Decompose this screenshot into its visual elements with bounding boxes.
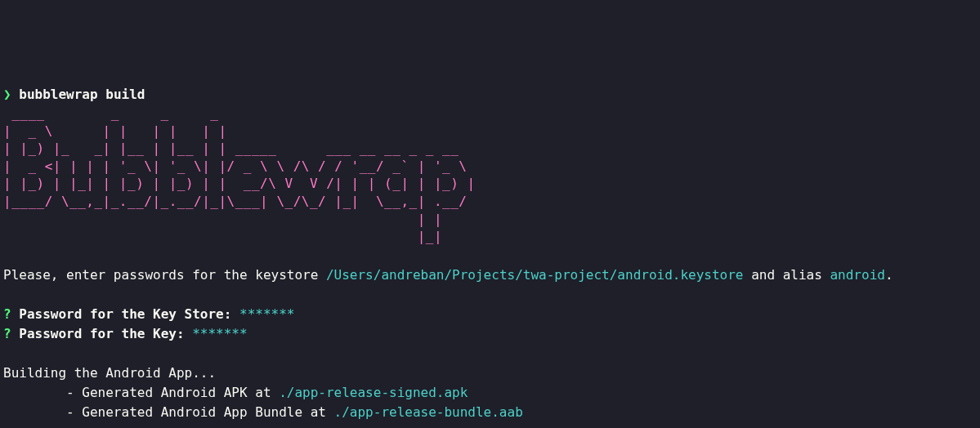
password-key-line[interactable]: ? Password for the Key: ******* — [3, 324, 977, 344]
keystore-prefix: Please, enter passwords for the keystore — [3, 267, 326, 283]
password-keystore-value: ******* — [239, 306, 294, 322]
generated-bundle-line: - Generated Android App Bundle at ./app-… — [3, 403, 977, 422]
bundle-prefix: - Generated Android App Bundle at — [3, 404, 334, 420]
building-title: Building the Android App... — [3, 363, 977, 383]
apk-prefix: - Generated Android APK at — [3, 385, 279, 400]
password-key-value: ******* — [192, 326, 247, 341]
ascii-banner: ____ _ _ _ | _ \ | | | | | | | |_) |_ _|… — [3, 105, 977, 246]
apk-path: ./app-release-signed.apk — [279, 385, 468, 400]
bundle-path: ./app-release-bundle.aab — [334, 404, 523, 420]
password-keystore-label: Password for the Key Store: — [11, 306, 239, 322]
question-icon: ? — [3, 306, 11, 322]
prompt-symbol: ❯ — [3, 87, 11, 102]
command-line: ❯ bubblewrap build — [3, 85, 977, 105]
keystore-suffix: . — [885, 267, 893, 283]
keystore-middle: and alias — [744, 267, 830, 283]
keystore-prompt-line: Please, enter passwords for the keystore… — [3, 265, 977, 285]
password-keystore-line[interactable]: ? Password for the Key Store: ******* — [3, 305, 977, 324]
question-icon: ? — [3, 326, 11, 341]
terminal-output: ❯ bubblewrap build ____ _ _ _ | _ \ | | … — [3, 85, 977, 422]
command-text: bubblewrap build — [19, 87, 145, 102]
keystore-path: /Users/andreban/Projects/twa-project/and… — [326, 267, 744, 283]
keystore-alias: android — [830, 267, 884, 283]
generated-apk-line: - Generated Android APK at ./app-release… — [3, 383, 977, 403]
password-key-label: Password for the Key: — [11, 326, 193, 341]
